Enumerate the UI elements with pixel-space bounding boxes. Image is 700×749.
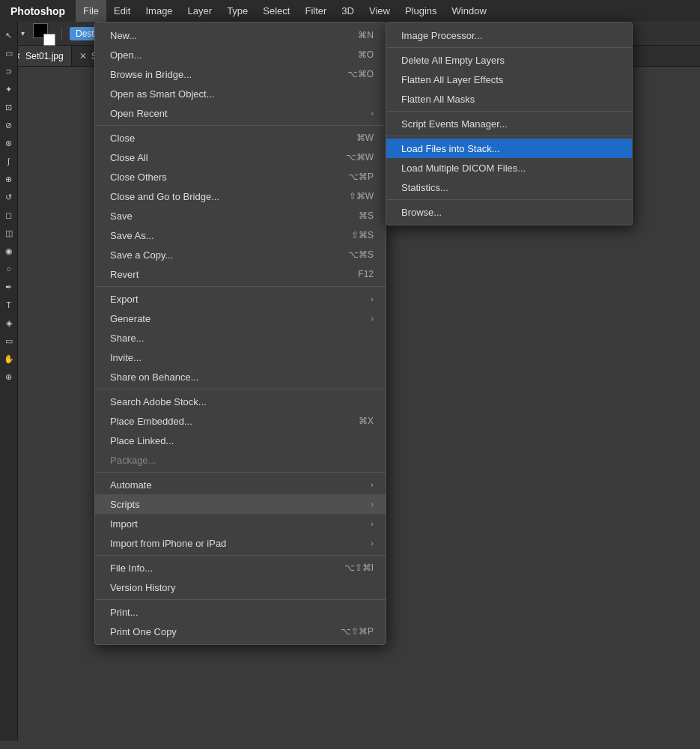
menu-revert-shortcut: F12 [358,269,374,279]
menu-close-shortcut: ⌘W [356,133,374,143]
menu-adobe-stock-label: Search Adobe Stock... [110,396,207,407]
menu-behance-label: Share on Behance... [110,372,199,383]
menu-place-embedded[interactable]: Place Embedded... ⌘X [95,411,386,431]
toolbar-sep-1 [61,27,62,40]
menu-type[interactable]: Type [219,0,255,22]
menu-version-history-label: Version History [110,582,175,593]
menu-browse-bridge[interactable]: Browse in Bridge... ⌥⌘O [95,64,386,84]
gradient-tool[interactable]: ◫ [1,225,16,240]
history-brush-tool[interactable]: ↺ [1,189,16,204]
menu-export[interactable]: Export › [95,289,386,309]
shape-tool[interactable]: ▭ [1,333,16,348]
menu-revert[interactable]: Revert F12 [95,264,386,284]
menu-generate-arrow: › [371,314,374,323]
menu-import-label: Import [110,518,138,530]
menu-close-all[interactable]: Close All ⌥⌘W [95,148,386,167]
menu-select[interactable]: Select [255,0,297,22]
menu-import[interactable]: Import › [95,514,386,533]
eyedropper-tool[interactable]: ⊘ [1,118,16,133]
scripts-statistics[interactable]: Statistics... [386,178,632,197]
menu-save-copy[interactable]: Save a Copy... ⌥⌘S [95,245,386,264]
crop-tool[interactable]: ⊡ [1,100,16,115]
menu-open-smart[interactable]: Open as Smart Object... [95,84,386,103]
clone-stamp-tool[interactable]: ⊕ [1,172,16,187]
menu-print-one-copy[interactable]: Print One Copy ⌥⇧⌘P [95,622,386,641]
dodge-tool[interactable]: ○ [1,261,16,276]
sep-3 [95,389,386,389]
background-color[interactable] [43,34,55,46]
scripts-flatten-layer-effects[interactable]: Flatten All Layer Effects [386,70,632,89]
lasso-tool[interactable]: ⊃ [1,64,16,79]
menu-layer[interactable]: Layer [180,0,220,22]
menu-open[interactable]: Open... ⌘O [95,45,386,64]
menu-generate-label: Generate [110,313,150,324]
menu-save[interactable]: Save ⌘S [95,206,386,225]
menu-import-iphone-arrow: › [371,539,374,548]
zoom-tool[interactable]: ⊕ [1,369,16,384]
menu-close-bridge[interactable]: Close and Go to Bridge... ⇧⌘W [95,187,386,206]
menu-image[interactable]: Image [138,0,180,22]
eraser-tool[interactable]: ◻ [1,207,16,222]
pen-tool[interactable]: ✒ [1,279,16,294]
menu-share[interactable]: Share... [95,328,386,348]
menu-automate[interactable]: Automate › [95,475,386,494]
menu-share-label: Share... [110,333,144,344]
scripts-image-processor[interactable]: Image Processor... [386,25,632,45]
scripts-load-dicom[interactable]: Load Multiple DICOM Files... [386,158,632,178]
menu-file[interactable]: File [76,0,106,22]
menu-file-info[interactable]: File Info... ⌥⇧⌘I [95,558,386,577]
blur-tool[interactable]: ◉ [1,243,16,258]
menu-version-history[interactable]: Version History [95,577,386,597]
menu-view[interactable]: View [362,0,398,22]
select-tool[interactable]: ▭ [1,46,16,61]
scripts-sep-3 [386,136,632,136]
menu-new[interactable]: New... ⌘N [95,25,386,45]
app-name: Photoshop [0,0,76,22]
brush-tool[interactable]: ∫ [1,154,16,169]
menu-import-iphone-label: Import from iPhone or iPad [110,538,226,549]
magic-wand-tool[interactable]: ✦ [1,82,16,97]
menu-filter[interactable]: Filter [297,0,334,22]
type-tool[interactable]: T [1,297,16,312]
menu-edit[interactable]: Edit [106,0,138,22]
scripts-flatten-masks[interactable]: Flatten All Masks [386,89,632,109]
menu-generate[interactable]: Generate › [95,309,386,328]
menu-scripts[interactable]: Scripts › [95,494,386,514]
menu-plugins[interactable]: Plugins [398,0,445,22]
menu-open-recent[interactable]: Open Recent › [95,103,386,123]
scripts-load-files-stack-label: Load Files into Stack... [401,143,500,154]
menu-open-shortcut: ⌘O [358,49,374,60]
color-swatch[interactable] [33,23,54,44]
menu-browse-bridge-label: Browse in Bridge... [110,69,192,80]
scripts-sep-1 [386,47,632,48]
menu-close[interactable]: Close ⌘W [95,128,386,148]
scripts-delete-empty-layers[interactable]: Delete All Empty Layers [386,50,632,70]
menu-print-label: Print... [110,607,139,618]
menu-place-embedded-label: Place Embedded... [110,416,192,427]
menu-revert-label: Revert [110,269,139,280]
menu-import-iphone[interactable]: Import from iPhone or iPad › [95,533,386,553]
menu-save-as[interactable]: Save As... ⇧⌘S [95,225,386,245]
spot-heal-tool[interactable]: ⊛ [1,136,16,151]
menu-place-linked[interactable]: Place Linked... [95,431,386,450]
menubar: Photoshop File Edit Image Layer Type Sel… [0,0,700,22]
menu-print-one-copy-shortcut: ⌥⇧⌘P [341,626,374,637]
menu-behance[interactable]: Share on Behance... [95,367,386,386]
menu-save-as-label: Save As... [110,230,154,241]
menu-adobe-stock[interactable]: Search Adobe Stock... [95,392,386,411]
menu-window[interactable]: Window [445,0,494,22]
scripts-browse[interactable]: Browse... [386,202,632,222]
menu-browse-bridge-shortcut: ⌥⌘O [347,69,374,79]
scripts-load-files-stack[interactable]: Load Files into Stack... [386,139,632,158]
left-toolbar: ↖ ▭ ⊃ ✦ ⊡ ⊘ ⊛ ∫ ⊕ ↺ ◻ ◫ ◉ ○ ✒ T ◈ ▭ ✋ ⊕ [0,22,18,741]
hand-tool[interactable]: ✋ [1,351,16,366]
menu-3d[interactable]: 3D [334,0,362,22]
move-tool[interactable]: ↖ [1,28,16,43]
menu-close-others[interactable]: Close Others ⌥⌘P [95,167,386,187]
tab-set06-close[interactable]: ✕ [79,51,87,61]
menu-print[interactable]: Print... [95,602,386,622]
path-select-tool[interactable]: ◈ [1,315,16,330]
menu-invite[interactable]: Invite... [95,348,386,367]
scripts-browse-label: Browse... [401,207,442,218]
scripts-event-manager[interactable]: Script Events Manager... [386,114,632,133]
